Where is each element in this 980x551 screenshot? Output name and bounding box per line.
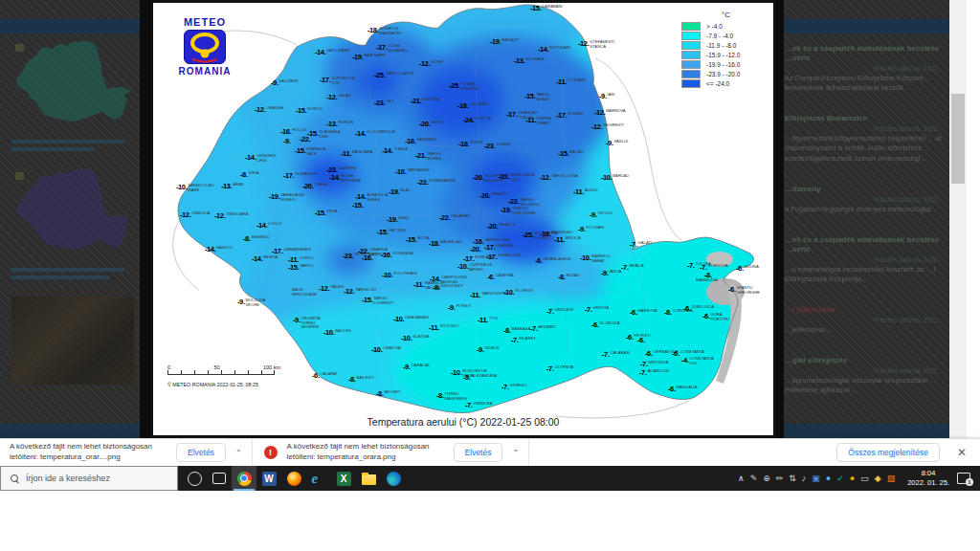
station-label: -17OCNA SUGATAG <box>376 44 416 53</box>
station-label: -7GIURGIU <box>501 384 526 391</box>
station-label: -17CARANSEBES <box>272 248 311 255</box>
station-label: -10DRAGASANI <box>393 316 429 323</box>
download-item[interactable]: A következő fájlt nem lehet biztonságosa… <box>0 439 252 466</box>
station-label: -10SLATINA <box>401 335 429 342</box>
station-label: -7GALATI <box>630 241 652 249</box>
taskbar-icon-edge[interactable] <box>381 466 406 491</box>
pencil-icon[interactable]: ✏ <box>776 474 784 483</box>
blue-app-icon[interactable]: ▣ <box>812 474 820 483</box>
sidebar-thumbnails <box>6 40 140 385</box>
thumbnail-caption-links[interactable] <box>11 268 140 279</box>
station-label: -15DEVA <box>315 209 337 217</box>
station-label: -19VARADIA DE MURES <box>269 193 309 202</box>
station-label: -22 <box>300 136 311 143</box>
dismiss-button[interactable]: Elvetés <box>176 443 226 462</box>
station-label: -12ZALAU <box>326 94 351 101</box>
station-label: -20BRASOV <box>487 223 516 231</box>
station-label: -19SFANTU GHEORGHE <box>501 207 541 215</box>
chevron-up-icon[interactable]: ⌃ <box>512 449 519 457</box>
station-label: -7OLTENITA <box>546 365 573 373</box>
map-scale-bar: 0 50 100 km <box>167 364 282 375</box>
downloads-bar: A következő fájlt nem lehet biztonságosa… <box>0 438 980 466</box>
station-label: -6CAMPINA <box>487 274 514 281</box>
station-label: -10RAMNICU SARAT <box>580 254 620 263</box>
station-label: -14TURDA <box>382 147 408 155</box>
station-label: -12IEZER <box>419 60 443 68</box>
station-label: -22MIERCUREA CIUC <box>499 173 539 182</box>
station-label: -14ROSIA MONTANA <box>329 174 369 183</box>
station-label: -8BUZAU <box>558 274 580 281</box>
temperature-legend: °C > -4.0-7.9 - -4.0-11.9 - -8.0-15.9 - … <box>681 11 768 88</box>
dimmed-article: …őzményFrissítés dátuma: 2022…a Fogarasi… <box>785 185 944 214</box>
thumbnail-map-teal[interactable] <box>11 40 134 130</box>
security-shield-icon[interactable]: ◆ <box>875 474 881 483</box>
action-center-icon[interactable]: 1 <box>957 473 970 484</box>
audio-icon[interactable]: ♪ <box>802 474 807 483</box>
chrome-icon <box>237 472 252 486</box>
station-label: -12JIMBOLIA <box>180 211 210 219</box>
download-item[interactable]: ! A következő fájlt nem lehet biztonságo… <box>253 439 529 466</box>
station-label: -18SARMASU <box>405 138 436 145</box>
station-label: -12STEFANESTI STANCA <box>578 40 618 49</box>
warning-icon: ! <box>264 446 278 459</box>
taskbar-icon-ie[interactable]: e <box>306 466 331 491</box>
station-label: -10PLOIESTI <box>503 289 533 297</box>
taskbar-icon-taskview[interactable] <box>207 466 232 491</box>
chevron-up-icon[interactable]: ⌃ <box>235 449 242 457</box>
orange-app-icon[interactable]: ● <box>850 474 855 483</box>
show-all-downloads-button[interactable]: Összes megjelenítése <box>836 443 940 462</box>
taskbar-icon-firefox[interactable] <box>281 466 306 491</box>
station-label: -18BALEA LAC <box>429 240 462 248</box>
page-gutter-right <box>776 0 784 438</box>
check-app-icon[interactable]: ✓ <box>836 474 844 483</box>
chevron-up-icon[interactable]: ∧ <box>738 474 745 483</box>
station-label: -12ORADEA <box>255 106 283 114</box>
orange-box-icon[interactable]: ▨ <box>887 474 896 483</box>
map-copyright: © METEO ROMANIA 2022-01-25, 08:25 <box>167 382 258 387</box>
station-label: -7MEDGIDIA <box>640 361 668 368</box>
station-label: -6SFANTU GHEORGHE <box>728 286 766 295</box>
notification-badge: 1 <box>966 478 973 486</box>
usb-device-icon[interactable]: ⇅ <box>789 474 796 483</box>
page-scrollbar[interactable] <box>949 0 967 438</box>
station-label: -10TARNAVENI <box>395 168 430 176</box>
dimmed-article: …ek és a csapadék alakulásának becslése … <box>785 235 944 284</box>
station-label: -15TARGU LOGRESTI <box>362 297 402 305</box>
taskbar-icon-word[interactable]: W <box>256 466 281 491</box>
station-label: -18CALIMANI <box>457 102 488 110</box>
station-label: -25POIANA STAMPEI <box>449 82 489 91</box>
taskbar-icon-chrome[interactable] <box>232 466 256 491</box>
station-label: -14CHISINEU CRIS <box>245 154 285 163</box>
station-label: -10SANNICOLAU MARE <box>176 184 216 192</box>
logo-text-romania: ROMANIA <box>174 66 235 77</box>
station-label: -9SACUIENI <box>271 79 298 87</box>
taskbar-icon-cortana[interactable] <box>182 466 207 491</box>
station-label: -6CALAFAT <box>312 372 338 380</box>
station-label: -14RESITA <box>252 255 278 263</box>
windows-taskbar: Írjon ide a kereséshez WeX ∧✎⊕✏⇅♪▣●✓●▭◆▨… <box>0 466 980 491</box>
secure-boot-icon[interactable]: ⊕ <box>763 474 770 483</box>
station-label: -12PADES <box>319 285 344 293</box>
pen-tablet-icon[interactable]: ✎ <box>750 474 758 483</box>
station-label: -23JOSENI <box>484 143 510 150</box>
weather-map-lightbox: -15DARABANI-18SIGHETUL MARMATIEI-17OCNA … <box>150 0 776 438</box>
station-label: -7ZIMNICEA <box>465 402 493 409</box>
thumbnail-photo[interactable] <box>11 297 134 385</box>
taskbar-clock[interactable]: 8:04 2022. 01. 25. <box>907 469 949 488</box>
dismiss-button[interactable]: Elvetés <box>454 443 503 462</box>
taskbar-search-input[interactable]: Írjon ide a kereséshez <box>0 466 178 491</box>
network-app-icon[interactable]: ● <box>826 474 831 483</box>
station-label: -10CURTEA DE ARGES <box>457 263 498 272</box>
close-icon[interactable]: ✕ <box>957 446 967 459</box>
taskbar-icon-excel[interactable]: X <box>331 466 356 491</box>
thumbnail-caption-links[interactable] <box>11 140 140 151</box>
scrollbar-thumb[interactable] <box>951 94 965 184</box>
excel-icon: X <box>337 472 351 486</box>
taskbar-icon-file-explorer[interactable] <box>356 466 381 491</box>
thumbnail-map-purple[interactable] <box>11 168 134 258</box>
display-icon[interactable]: ▭ <box>860 474 869 483</box>
station-label: -15TARGU NEAMT <box>524 93 565 101</box>
station-label: -17ROMAN <box>556 112 583 120</box>
station-label: -7FILARET <box>511 337 536 344</box>
station-label: -15VLADEASA 1800 <box>307 130 347 139</box>
